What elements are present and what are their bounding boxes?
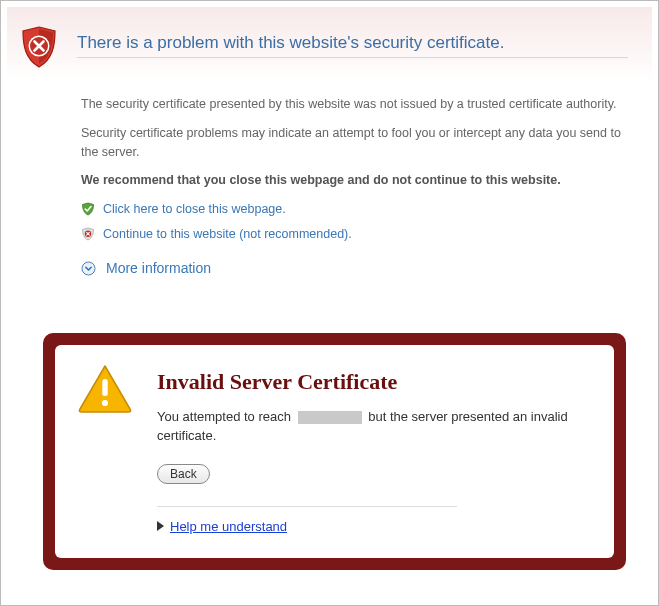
chrome-card: Invalid Server Certificate You attempted… xyxy=(55,345,614,558)
chevron-down-icon xyxy=(81,261,96,276)
chrome-cert-error-panel: Invalid Server Certificate You attempted… xyxy=(43,333,626,570)
continue-website-link[interactable]: Continue to this website (not recommende… xyxy=(81,225,632,244)
disclosure-triangle-icon xyxy=(157,521,164,531)
ie-paragraph: Security certificate problems may indica… xyxy=(81,124,632,162)
ie-paragraph: The security certificate presented by th… xyxy=(81,95,632,114)
more-information-label: More information xyxy=(106,258,211,279)
help-me-understand-label: Help me understand xyxy=(170,519,287,534)
ie-header: There is a problem with this website's s… xyxy=(7,7,652,81)
shield-error-icon xyxy=(19,25,59,69)
divider xyxy=(77,57,628,58)
shield-x-icon xyxy=(81,227,95,241)
help-me-understand-toggle[interactable]: Help me understand xyxy=(157,519,592,534)
close-webpage-link[interactable]: Click here to close this webpage. xyxy=(81,200,632,219)
redacted-hostname xyxy=(298,411,362,424)
ie-recommendation: We recommend that you close this webpage… xyxy=(81,171,632,190)
chrome-message: You attempted to reach but the server pr… xyxy=(157,407,592,446)
svg-point-3 xyxy=(82,262,95,275)
svg-point-5 xyxy=(102,399,108,405)
warning-triangle-icon xyxy=(77,399,133,416)
chrome-title: Invalid Server Certificate xyxy=(157,369,592,395)
ie-body: The security certificate presented by th… xyxy=(7,81,652,311)
back-button[interactable]: Back xyxy=(157,464,210,484)
continue-website-label: Continue to this website (not recommende… xyxy=(103,225,352,244)
ie-cert-error-panel: There is a problem with this website's s… xyxy=(7,7,652,311)
ie-title: There is a problem with this website's s… xyxy=(77,33,640,53)
more-information-toggle[interactable]: More information xyxy=(81,258,632,279)
svg-rect-4 xyxy=(102,379,107,396)
shield-ok-icon xyxy=(81,202,95,216)
msg-prefix: You attempted to reach xyxy=(157,409,291,424)
divider xyxy=(157,506,457,507)
close-webpage-label: Click here to close this webpage. xyxy=(103,200,286,219)
